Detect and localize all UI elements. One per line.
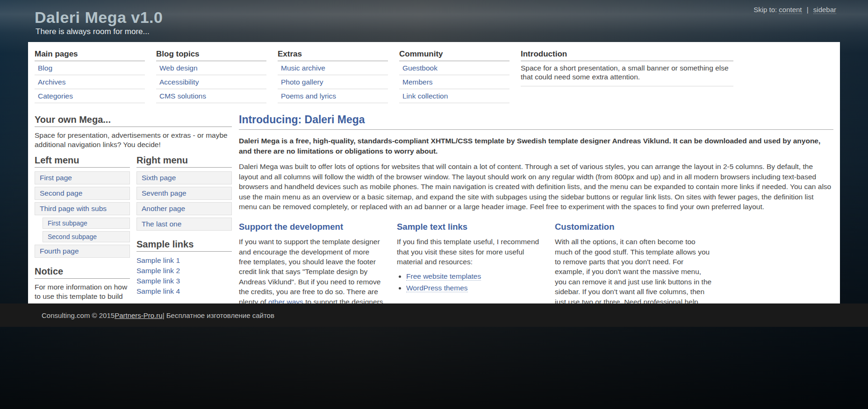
skip-link-sidebar[interactable]: sidebar — [813, 6, 836, 14]
nav-column-blog-topics: Blog topics Web design Accessibility CMS… — [156, 49, 266, 103]
column-title: Sample text links — [397, 222, 542, 232]
menu-button-another-page[interactable]: Another page — [136, 202, 232, 215]
left-menu-title: Left menu — [35, 155, 130, 168]
nav-column-title: Community — [399, 49, 509, 61]
column-sample-text-links: Sample text links If you find this templ… — [397, 219, 542, 303]
article-columns: Support the development If you want to s… — [239, 219, 833, 303]
page: Daleri Mega v1.0 There is always room fo… — [0, 0, 868, 409]
sidebar-intro-text: Space for presentation, advertisements o… — [35, 131, 232, 149]
menu-button-first-subpage[interactable]: First subpage — [43, 218, 130, 229]
column-customization: Customization With all the options, it c… — [555, 219, 712, 303]
sidebar: Your own Mega... Space for presentation,… — [35, 111, 232, 303]
lead-paragraph: Daleri Mega is a free, high-quality, sta… — [239, 136, 833, 156]
skip-bar: Skip to: content | sidebar — [753, 6, 836, 14]
nav-link-cms-solutions[interactable]: CMS solutions — [156, 89, 266, 103]
nav-column-community: Community Guestbook Members Link collect… — [399, 49, 509, 103]
sample-links-title: Sample links — [136, 239, 232, 252]
menu-button-first-page[interactable]: First page — [35, 171, 130, 184]
free-website-templates-link[interactable]: Free website templates — [406, 272, 481, 281]
menu-button-sixth-page[interactable]: Sixth page — [136, 171, 232, 184]
notice-text: For more information on how to use this … — [35, 282, 130, 303]
sample-link-2[interactable]: Sample link 2 — [136, 266, 232, 276]
nav-link-accessibility[interactable]: Accessibility — [156, 75, 266, 89]
right-menu-column: Right menu Sixth page Seventh page Anoth… — [136, 151, 232, 303]
column-title: Customization — [555, 222, 712, 232]
other-ways-link[interactable]: other ways — [268, 298, 303, 304]
nav-link-categories[interactable]: Categories — [35, 89, 145, 103]
nav-column-title: Introduction — [521, 49, 733, 61]
nav-column-introduction: Introduction Space for a short presentat… — [521, 49, 733, 103]
nav-column-title: Blog topics — [156, 49, 266, 61]
menu-button-seventh-page[interactable]: Seventh page — [136, 187, 232, 200]
menu-button-second-subpage[interactable]: Second subpage — [43, 231, 130, 242]
skip-link-content[interactable]: content — [779, 6, 802, 14]
body-paragraph: Daleri Mega was built to offer lots of o… — [239, 162, 833, 212]
middle-row: Your own Mega... Space for presentation,… — [35, 111, 833, 303]
page-title: Introducing: Daleri Mega — [239, 113, 833, 130]
partners-pro-link[interactable]: Partners-Pro.ru — [115, 311, 163, 319]
nav-link-poems-and-lyrics[interactable]: Poems and lyrics — [278, 89, 388, 103]
site-header: Daleri Mega v1.0 There is always room fo… — [0, 0, 868, 42]
sample-link-4[interactable]: Sample link 4 — [136, 286, 232, 296]
site-title: Daleri Mega v1.0 — [35, 8, 163, 27]
footer-text-part1: Consulting.com © 2015 — [42, 311, 115, 319]
main-navigation: Main pages Blog Archives Categories Blog… — [35, 49, 833, 103]
notice-text-part1: For more information on how to use this … — [35, 283, 129, 303]
nav-column-title: Main pages — [35, 49, 145, 61]
right-menu-title: Right menu — [136, 155, 232, 168]
sidebar-intro-title: Your own Mega... — [35, 114, 232, 127]
skip-label: Skip to: — [753, 6, 777, 14]
nav-link-music-archive[interactable]: Music archive — [278, 61, 388, 75]
nav-link-guestbook[interactable]: Guestbook — [399, 61, 509, 75]
sample-link-3[interactable]: Sample link 3 — [136, 276, 232, 286]
site-footer: Consulting.com © 2015 Partners-Pro.ru | … — [0, 303, 868, 327]
column-text: If you find this template useful, I reco… — [397, 237, 542, 267]
footer-text-part2: | Бесплатное изготовление сайтов — [163, 311, 274, 319]
nav-column-main-pages: Main pages Blog Archives Categories — [35, 49, 145, 103]
nav-link-members[interactable]: Members — [399, 75, 509, 89]
column-text: With all the options, it can often becom… — [555, 237, 712, 303]
site-tagline: There is always room for more... — [36, 27, 150, 36]
sidebar-menus: Left menu First page Second page Third p… — [35, 151, 232, 303]
nav-introduction-text: Space for a short presentation, a small … — [521, 61, 733, 86]
sample-text-links-list: Free website templates WordPress themes — [406, 272, 542, 292]
wordpress-themes-link[interactable]: WordPress themes — [406, 284, 468, 292]
menu-button-second-page[interactable]: Second page — [35, 187, 130, 200]
nav-link-photo-gallery[interactable]: Photo gallery — [278, 75, 388, 89]
menu-button-fourth-page[interactable]: Fourth page — [35, 245, 130, 258]
sample-link-1[interactable]: Sample link 1 — [136, 255, 232, 266]
content-area: Main pages Blog Archives Categories Blog… — [28, 42, 840, 303]
list-item: WordPress themes — [406, 284, 542, 292]
left-menu-column: Left menu First page Second page Third p… — [35, 151, 130, 303]
list-item: Free website templates — [406, 272, 542, 281]
nav-link-link-collection[interactable]: Link collection — [399, 89, 509, 103]
column-support-development: Support the development If you want to s… — [239, 219, 384, 303]
column-text: If you want to support the template desi… — [239, 237, 384, 303]
menu-button-the-last-one[interactable]: The last one — [136, 218, 232, 231]
skip-separator: | — [807, 6, 809, 14]
nav-link-blog[interactable]: Blog — [35, 61, 145, 75]
nav-link-web-design[interactable]: Web design — [156, 61, 266, 75]
main-article: Introducing: Daleri Mega Daleri Mega is … — [239, 111, 833, 303]
nav-column-title: Extras — [278, 49, 388, 61]
nav-column-extras: Extras Music archive Photo gallery Poems… — [278, 49, 388, 103]
menu-button-third-page[interactable]: Third page with subs — [35, 202, 130, 215]
nav-link-archives[interactable]: Archives — [35, 75, 145, 89]
support-text-part1: If you want to support the template desi… — [239, 238, 380, 303]
customization-text-part1: With all the options, it can often becom… — [555, 238, 711, 303]
notice-title: Notice — [35, 266, 130, 279]
column-title: Support the development — [239, 222, 384, 232]
